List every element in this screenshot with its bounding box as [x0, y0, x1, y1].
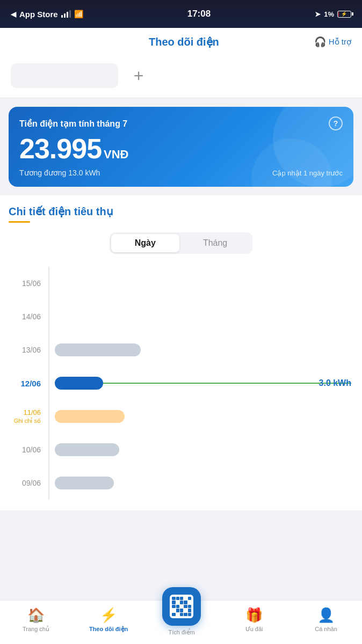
- chart-divider: [48, 267, 49, 300]
- nav-label-profile: Cá nhân: [315, 626, 337, 632]
- add-account-button[interactable]: +: [127, 64, 150, 87]
- bar-1006: [55, 443, 119, 456]
- qr-button[interactable]: [162, 587, 201, 626]
- date-label-1506: 15/06: [11, 279, 48, 288]
- tab-ngay[interactable]: Ngày: [111, 234, 179, 252]
- chart-row-1506: 15/06: [11, 267, 351, 300]
- ghi-chi-so-label: Ghi chỉ số: [14, 418, 41, 424]
- status-carrier: ◀ App Store 📶: [11, 10, 83, 19]
- support-button[interactable]: 🎧 Hỗ trợ: [314, 36, 351, 48]
- headphone-icon: 🎧: [314, 36, 326, 48]
- green-reference-line: [103, 383, 351, 384]
- section-title: Chi tiết điện tiêu thụ: [9, 205, 353, 218]
- bar-area-1306: [49, 343, 351, 356]
- bar-area-1206: 3.0 kWh: [49, 377, 351, 390]
- date-label-1306: 13/06: [11, 346, 48, 354]
- location-icon: ➤: [315, 10, 321, 18]
- profile-icon: 👤: [317, 607, 335, 624]
- wifi-icon: 📶: [74, 10, 83, 18]
- status-time: 17:08: [187, 9, 211, 19]
- nav-item-home[interactable]: 🏠 Trang chủ: [17, 607, 55, 633]
- date-label-1206: 12/06: [11, 379, 48, 388]
- date-label-1406: 14/06: [11, 312, 48, 321]
- battery-icon: ⚡: [337, 11, 351, 18]
- bill-kwh: Tương đương 13.0 kWh: [19, 169, 100, 177]
- account-card[interactable]: [11, 63, 118, 88]
- bill-amount: 23.995: [19, 133, 102, 164]
- battery-percent: 1%: [324, 10, 334, 18]
- electricity-icon: ⚡: [100, 607, 117, 624]
- qr-code-icon: [170, 595, 193, 618]
- support-label: Hỗ trợ: [329, 37, 351, 47]
- nav-item-deals[interactable]: 🎁 Ưu đãi: [235, 607, 273, 633]
- bar-area-1106: [49, 410, 351, 423]
- bar-0906: [55, 477, 114, 489]
- chart-row-1406: 14/06: [11, 300, 351, 333]
- header: Theo dõi điện 🎧 Hỗ trợ: [0, 28, 362, 56]
- chart-row-1106: 11/06 Ghi chỉ số: [11, 400, 351, 433]
- chart-row-1206: 12/06 3.0 kWh: [11, 367, 351, 400]
- nav-item-profile[interactable]: 👤 Cá nhân: [307, 607, 345, 632]
- nav-label-deals: Ưu đãi: [245, 626, 263, 633]
- help-icon[interactable]: ?: [329, 116, 343, 130]
- nav-label-qr: Tích điểm: [169, 629, 195, 636]
- bottom-nav: 🏠 Trang chủ ⚡ Theo dõi điện Tích điểm 🎁 …: [0, 600, 362, 644]
- kwh-label-1206: 3.0 kWh: [319, 378, 351, 388]
- bar-area-0906: [49, 477, 351, 489]
- section-title-area: Chi tiết điện tiêu thụ: [0, 195, 362, 226]
- deals-icon: 🎁: [245, 607, 263, 624]
- chart-row-1306: 13/06: [11, 333, 351, 367]
- bar-1306: [55, 343, 141, 356]
- chart-row-0906: 09/06: [11, 466, 351, 500]
- back-arrow-icon: ◀: [11, 10, 16, 18]
- bar-1206: [55, 377, 103, 390]
- bar-1106: [55, 410, 125, 423]
- tab-thang[interactable]: Tháng: [179, 234, 251, 252]
- bill-unit: VNĐ: [104, 148, 128, 161]
- charging-icon: ⚡: [341, 11, 347, 17]
- nav-label-home: Trang chủ: [23, 626, 49, 633]
- date-label-0906: 09/06: [11, 479, 48, 487]
- page-title: Theo dõi điện: [54, 35, 314, 48]
- status-right: ➤ 1% ⚡: [315, 10, 351, 18]
- date-label-1106: 11/06 Ghi chỉ số: [11, 408, 48, 425]
- chart-row-1006: 10/06: [11, 433, 351, 466]
- signal-bars-icon: [61, 10, 71, 18]
- status-bar: ◀ App Store 📶 17:08 ➤ 1% ⚡: [0, 0, 362, 28]
- bill-updated: Cập nhật 1 ngày trước: [272, 169, 343, 177]
- home-icon: 🏠: [27, 607, 45, 624]
- tabs-area: Ngày Tháng: [0, 226, 362, 261]
- section-underline: [9, 221, 30, 223]
- electricity-bill-card: Tiền điện tạm tính tháng 7 ? 23.995VNĐ T…: [9, 107, 353, 187]
- nav-label-electricity: Theo dõi điện: [89, 626, 128, 633]
- tabs-container: Ngày Tháng: [110, 232, 253, 254]
- card-title: Tiền điện tạm tính tháng 7: [19, 119, 127, 129]
- nav-item-electricity[interactable]: ⚡ Theo dõi điện: [89, 607, 128, 633]
- date-label-1006: 10/06: [11, 445, 48, 454]
- chart-area: 15/06 14/06 13/06 12/06 3.0 kWh 11/06 Gh…: [0, 261, 362, 510]
- account-area: +: [0, 56, 362, 98]
- bar-area-1006: [49, 443, 351, 456]
- chart-divider: [48, 300, 49, 333]
- nav-item-qr[interactable]: Tích điểm: [162, 603, 201, 636]
